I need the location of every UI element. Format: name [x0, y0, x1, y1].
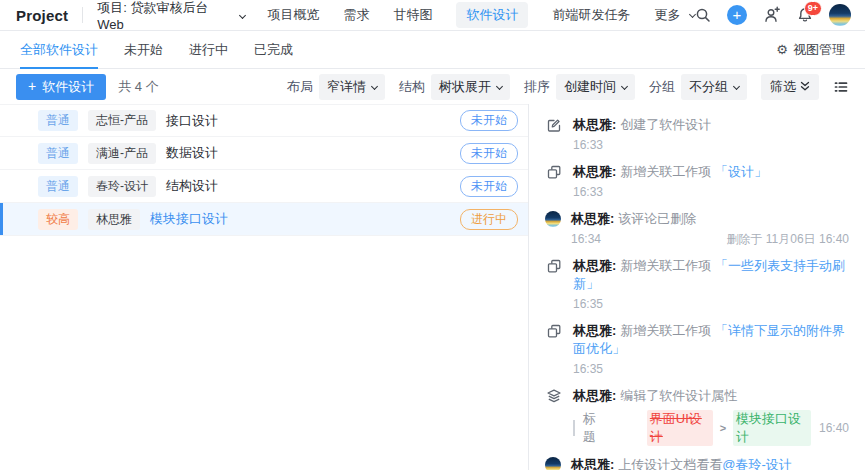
activity-time: 16:33	[573, 137, 849, 153]
table-row-selected[interactable]: 较高 林思雅 模块接口设计 进行中	[0, 203, 528, 236]
gear-icon: ⚙	[776, 43, 788, 56]
status-badge[interactable]: 进行中	[460, 209, 518, 230]
activity-text: 林思雅:该评论已删除	[571, 210, 849, 228]
chevron-down-icon	[496, 83, 503, 90]
property-change-row: 标题 界面UI设计 > 模块接口设计 16:40	[573, 410, 849, 446]
item-count: 共 4 个	[118, 78, 158, 96]
nav-item-more[interactable]: 更多	[654, 6, 695, 24]
sort-select[interactable]: 创建时间	[556, 74, 635, 100]
nav-item-overview[interactable]: 项目概览	[267, 6, 319, 24]
double-chevron-down-icon	[800, 81, 810, 92]
group-control: 分组 不分组	[649, 74, 747, 100]
actor-name[interactable]: 林思雅:	[571, 211, 614, 226]
layers-icon	[545, 387, 563, 446]
tab-all-designs[interactable]: 全部软件设计	[20, 31, 98, 68]
nav-item-software-design[interactable]: 软件设计	[456, 2, 528, 28]
relation-icon	[545, 322, 563, 377]
activity-item: 林思雅:编辑了软件设计属性 标题 界面UI设计 > 模块接口设计 16:40	[545, 387, 849, 446]
old-value: 界面UI设计	[647, 410, 713, 446]
view-manage-button[interactable]: ⚙ 视图管理	[776, 31, 845, 68]
plus-icon	[28, 79, 36, 94]
task-title[interactable]: 接口设计	[166, 112, 460, 130]
actor-name[interactable]: 林思雅:	[573, 323, 616, 338]
priority-badge: 普通	[38, 143, 78, 164]
assignee-badge: 满迪-产品	[88, 143, 156, 164]
create-icon[interactable]	[727, 5, 747, 25]
sort-control: 排序 创建时间	[524, 74, 635, 100]
structure-select[interactable]: 树状展开	[431, 74, 510, 100]
activity-action: 创建了软件设计	[620, 117, 711, 132]
nav-item-requirements[interactable]: 需求	[343, 6, 369, 24]
tab-not-started[interactable]: 未开始	[124, 31, 163, 68]
actor-avatar	[545, 211, 561, 227]
activity-body: 林思雅:新增关联工作项 「一些列表支持手动刷新」 16:35	[573, 257, 849, 312]
layout-control: 布局 窄详情	[287, 74, 385, 100]
actor-name[interactable]: 林思雅:	[573, 388, 616, 403]
sort-value: 创建时间	[564, 78, 616, 96]
activity-text: 林思雅:上传设计文档看看@春玲-设计	[571, 456, 849, 470]
new-value: 模块接口设计	[733, 410, 811, 446]
activity-action: 新增关联工作项	[620, 164, 711, 179]
activity-time: 16:40	[819, 419, 849, 437]
activity-item: 林思雅:上传设计文档看看@春玲-设计 16:40	[545, 456, 849, 470]
task-title[interactable]: 数据设计	[166, 144, 460, 162]
view-manage-label: 视图管理	[793, 41, 845, 59]
nav-item-gantt[interactable]: 甘特图	[393, 6, 432, 24]
mention-link[interactable]: @春玲-设计	[722, 457, 792, 470]
activity-action: 新增关联工作项	[620, 258, 711, 273]
filter-button[interactable]: 筛选	[761, 74, 819, 100]
activity-action: 新增关联工作项	[620, 323, 711, 338]
nav-item-frontend-tasks[interactable]: 前端研发任务	[552, 6, 630, 24]
table-row[interactable]: 普通 满迪-产品 数据设计 未开始	[0, 137, 528, 170]
task-title[interactable]: 模块接口设计	[150, 210, 460, 228]
invite-member-icon[interactable]	[763, 6, 781, 24]
layout-select[interactable]: 窄详情	[319, 74, 385, 100]
table-row[interactable]: 普通 志恒-产品 接口设计 未开始	[0, 104, 528, 137]
table-row[interactable]: 普通 春玲-设计 结构设计 未开始	[0, 170, 528, 203]
arrow-icon: >	[720, 419, 726, 437]
chevron-down-icon	[621, 83, 628, 90]
actor-name[interactable]: 林思雅:	[573, 117, 616, 132]
divider	[82, 7, 83, 23]
view-tabs: 全部软件设计 未开始 进行中 已完成	[20, 31, 293, 68]
structure-value: 树状展开	[439, 78, 491, 96]
filter-label: 筛选	[770, 78, 796, 96]
relation-icon	[545, 163, 563, 200]
activity-text: 林思雅:新增关联工作项 「一些列表支持手动刷新」	[573, 257, 849, 293]
notifications-bell-icon[interactable]: 9+	[797, 7, 813, 23]
tab-completed[interactable]: 已完成	[254, 31, 293, 68]
app-window: Project 项目: 贷款审核后台Web 项目概览 需求 甘特图 软件设计 前…	[0, 0, 865, 470]
actor-name[interactable]: 林思雅:	[571, 457, 614, 470]
status-badge[interactable]: 未开始	[460, 110, 518, 131]
sort-label: 排序	[524, 78, 550, 96]
user-avatar[interactable]	[829, 4, 851, 26]
add-design-button-label: 软件设计	[42, 78, 94, 96]
task-title[interactable]: 结构设计	[166, 177, 460, 195]
structure-control: 结构 树状展开	[399, 74, 510, 100]
status-badge[interactable]: 未开始	[460, 176, 518, 197]
search-icon[interactable]	[695, 7, 711, 23]
tab-in-progress[interactable]: 进行中	[189, 31, 228, 68]
activity-item: 林思雅:新增关联工作项 「一些列表支持手动刷新」 16:35	[545, 257, 849, 312]
activity-text: 林思雅:编辑了软件设计属性	[573, 387, 849, 405]
relation-icon	[545, 257, 563, 312]
activity-body: 林思雅:新增关联工作项 「设计」 16:33	[573, 163, 849, 200]
edit-icon	[545, 116, 563, 153]
project-selector[interactable]: 项目: 贷款审核后台Web	[97, 0, 245, 32]
add-design-button[interactable]: 软件设计	[16, 74, 106, 100]
actor-name[interactable]: 林思雅:	[573, 258, 616, 273]
linked-item-link[interactable]: 「设计」	[715, 164, 767, 179]
top-navbar: Project 项目: 贷款审核后台Web 项目概览 需求 甘特图 软件设计 前…	[0, 0, 865, 31]
notification-badge: 9+	[804, 1, 822, 16]
assignee-badge: 志恒-产品	[88, 110, 156, 131]
activity-body: 林思雅:上传设计文档看看@春玲-设计 16:40	[571, 456, 849, 470]
activity-item: 林思雅:该评论已删除 16:34 删除于 11月06日 16:40	[545, 210, 849, 247]
list-toolbar: 软件设计 共 4 个 布局 窄详情 结构 树状展开 排序 创	[0, 69, 865, 104]
list-view-icon[interactable]	[833, 79, 849, 95]
status-badge[interactable]: 未开始	[460, 143, 518, 164]
actor-name[interactable]: 林思雅:	[573, 164, 616, 179]
group-select[interactable]: 不分组	[681, 74, 747, 100]
activity-body: 林思雅:编辑了软件设计属性 标题 界面UI设计 > 模块接口设计 16:40	[573, 387, 849, 446]
app-logo: Project	[16, 7, 68, 24]
activity-action: 该评论已删除	[618, 211, 696, 226]
